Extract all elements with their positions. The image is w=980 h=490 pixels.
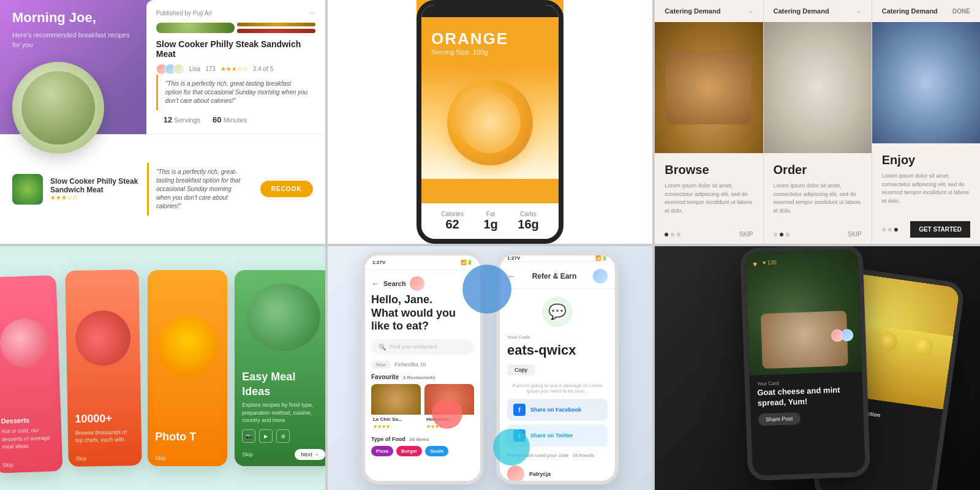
heart-icon: ♥ (752, 260, 757, 268)
nav-arrow-1[interactable]: → (747, 8, 753, 15)
status-time: 1:27V (372, 260, 385, 265)
slide1-dots (665, 233, 680, 236)
slide2-brand: Catering Demand → (764, 0, 872, 22)
chip-sushi[interactable]: Sushi (425, 446, 448, 456)
meal-card-dessert: Desserts Hot or cold, our desserts of av… (0, 275, 63, 473)
card-next-button[interactable]: Next → (295, 449, 325, 460)
icon-play: ▶ (259, 429, 273, 443)
recipe-bottom-info: Slow Cooker Philly Steak Sandwich Meat ★… (50, 177, 140, 201)
refer-header: ← Refer & Earn (500, 262, 615, 289)
minutes-stat: 60 Minutes (213, 115, 247, 124)
carbs-nutrient: Carbs 16g (518, 211, 538, 232)
recook-button[interactable]: RECOOK (260, 181, 313, 197)
friend-item-1: Patrycja (507, 463, 608, 484)
search-placeholder: Find you restaurant (390, 344, 437, 350)
nav-arrow-2[interactable]: → (856, 8, 862, 15)
dot-1 (671, 233, 674, 236)
slide1-desc: Lorem ipsum dolor sit amet, consectetur … (665, 182, 753, 215)
recipe-images (156, 23, 315, 33)
dot-3 (774, 233, 777, 236)
recipe-bottom-title: Slow Cooker Philly Steak Sandwich Meat (50, 177, 140, 194)
now-tag: Now (371, 361, 391, 369)
recipe-quote: "This is a perfectly rich, great-tasting… (156, 75, 315, 110)
card-food-peppers (148, 270, 227, 424)
easy-meal-ideas-cell: Desserts Hot or cold, our desserts of av… (0, 246, 325, 490)
meal-card-photo: Photo T Skip (148, 270, 227, 466)
like-count-1: ♥ 135 (762, 259, 776, 266)
card-skip-dessert[interactable]: Skip (0, 455, 63, 473)
slide2-title: Order (774, 163, 862, 177)
search-phone-content: ← Search Hello, Jane. What would you lik… (365, 270, 480, 481)
card-info-dessert: Desserts Hot or cold, our desserts of av… (0, 409, 62, 458)
search-icon: 🔍 (379, 344, 386, 350)
recipe-image-sub1 (237, 23, 315, 26)
author-name: Lisa (189, 66, 200, 72)
peas-image (247, 284, 320, 351)
share-info: If you're going to use a passage of Lore… (507, 383, 608, 394)
refer-icon: 💬 (542, 296, 573, 327)
pink-blob (432, 398, 462, 429)
card-info-easy-meal: Easy Meal Ideas Explore recipes by food … (235, 364, 325, 449)
more-options-icon[interactable]: ··· (310, 10, 315, 17)
card-skip-easy-meal[interactable]: Skip (242, 451, 253, 458)
onboarding-slide-enjoy: Catering Demand DONE Enjoy Lorem ipsum d… (872, 0, 980, 244)
icon-camera: 📷 (242, 429, 255, 443)
card-title-easy-meal: Easy Meal Ideas (242, 370, 325, 399)
orange-phone-frame: ORANGE Serving Size: 100g Calories 62 Fa… (417, 0, 564, 244)
get-started-button[interactable]: GET STARTED (910, 221, 970, 238)
restaurant-search-box[interactable]: 🔍 Find you restaurant (371, 339, 474, 355)
slide2-image (764, 22, 872, 153)
skip-label-1[interactable]: SKIP (739, 231, 753, 238)
food-item-1[interactable]: La Chic Sa... ★★★★ (371, 384, 421, 431)
fav-title: Favourite 3 Restaurants (371, 374, 474, 380)
slide1-footer: SKIP (655, 225, 763, 244)
friend-avatar-1 (507, 466, 524, 483)
refer-title: Refer & Earn (532, 272, 577, 281)
phone-top-bar (421, 5, 559, 17)
author-avatars (156, 64, 184, 75)
recipe-image-main (156, 23, 235, 33)
peppers-image (157, 316, 218, 377)
hello-text: Hello, Jane. What would you like to eat? (371, 293, 474, 333)
food-type-chips: Pizza Burger Sushi (371, 446, 474, 456)
refer-code: eats-qwicx (507, 342, 608, 358)
recipe-app-cell: For You Browse Trends Morning Joe, Here'… (0, 0, 325, 244)
card-skip-photo[interactable]: Skip (148, 450, 227, 466)
onboarding-slide-browse: Catering Demand → Browse Lorem ipsum dol… (655, 0, 763, 244)
chip-burger[interactable]: Burger (396, 446, 422, 456)
skip-label-2[interactable]: SKIP (848, 231, 862, 238)
orange-screen: ORANGE Serving Size: 100g Calories 62 Fa… (421, 17, 559, 239)
friend-name-1: Patrycja (529, 471, 551, 477)
share-facebook-btn[interactable]: f Share on Facebook (507, 399, 608, 421)
back-arrow-1[interactable]: ← (371, 279, 380, 288)
food-item-stars-1: ★★★★ (371, 424, 421, 431)
type-section-title: Type of Food 34 items (371, 436, 474, 442)
slide2-content: Order Lorem ipsum dolor sit amet, consec… (764, 153, 872, 225)
overlay-avatar-2 (840, 329, 853, 342)
location-tag: Finlandita 10 (394, 361, 426, 368)
social-food-cell: Little Collins Sleek counter-service caf… (655, 246, 980, 490)
recipe-top: For You Browse Trends Morning Joe, Here'… (0, 0, 325, 134)
chip-pizza[interactable]: Pizza (371, 446, 393, 456)
servings-stat: 12 Servings (164, 115, 200, 124)
card-info-photo: Photo T (148, 424, 227, 450)
serving-size: Serving Size: 100g (431, 48, 549, 56)
user-avatars-overlay (831, 329, 853, 342)
orange-circle (447, 80, 533, 165)
card-skip-10000[interactable]: Skip (69, 450, 142, 467)
card-title-dessert: Desserts (1, 415, 54, 425)
status-bar-2: 1:27V 📶🔋 (500, 255, 615, 262)
teal-blob (493, 429, 530, 466)
card-subtitle-easy-meal: Explore recipes by food type, preparatio… (242, 401, 325, 424)
copy-button[interactable]: Copy (507, 364, 535, 375)
recipe-header: Published by Puji Ari ··· (156, 10, 315, 17)
done-label[interactable]: DONE (952, 8, 970, 15)
catering-demand-cell: Catering Demand → Browse Lorem ipsum dol… (655, 0, 980, 244)
orange-image-area (421, 66, 559, 179)
fruit-name: ORANGE (431, 29, 549, 48)
orange-nutrients: Calories 62 Fat 1g Carbs 16g (421, 203, 559, 239)
card-food-tomatoes (66, 270, 141, 406)
share-post-button[interactable]: Share Post (758, 412, 800, 426)
carbs-value: 16g (518, 217, 538, 232)
search-header: ← Search (371, 276, 474, 291)
